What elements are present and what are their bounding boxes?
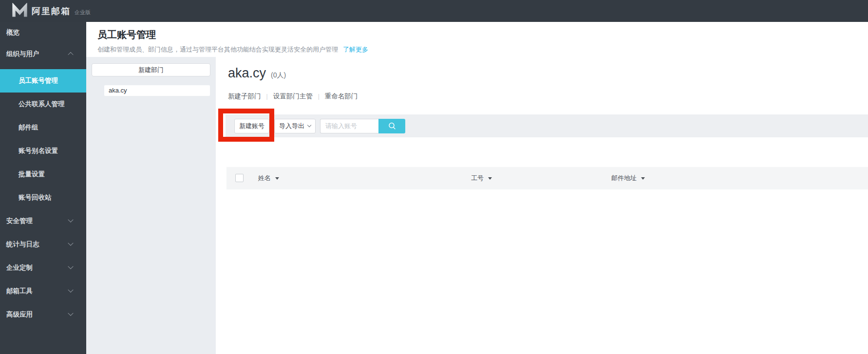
sidebar-item-label: 安全管理: [6, 217, 33, 225]
sidebar-item-label: 邮件组: [19, 123, 38, 132]
sidebar-item-mail-tools[interactable]: 邮箱工具: [0, 279, 86, 303]
sidebar-item-mail-groups[interactable]: 邮件组: [0, 116, 86, 139]
accounts-table-header: 姓名 工号 邮件地址: [226, 167, 868, 189]
sidebar-item-public-contacts[interactable]: 公共联系人管理: [0, 93, 86, 116]
edition-badge: 企业版: [75, 9, 91, 16]
column-header-email[interactable]: 邮件地址: [611, 167, 645, 189]
sidebar-item-label: 邮箱工具: [6, 287, 33, 296]
page-description-text: 创建和管理成员、部门信息，通过与管理平台其他功能结合实现更灵活安全的用户管理: [97, 46, 338, 53]
sidebar-item-label: 员工账号管理: [19, 76, 58, 85]
chevron-down-icon: [68, 264, 73, 269]
new-department-button[interactable]: 新建部门: [92, 63, 210, 76]
nav-spacer: [0, 65, 86, 69]
column-label: 姓名: [258, 174, 271, 183]
sidebar-item-label: 高级应用: [6, 310, 33, 319]
search-icon: [388, 122, 396, 130]
sidebar-item-org-users[interactable]: 组织与用户: [0, 43, 86, 65]
sidebar-item-account-alias[interactable]: 账号别名设置: [0, 139, 86, 163]
department-detail: aka.cy (0人) 新建子部门 | 设置部门主管 | 重命名部门: [216, 57, 868, 354]
sort-caret-icon: [488, 177, 492, 180]
separator: |: [266, 93, 268, 100]
sidebar-item-label: 账号回收站: [19, 193, 52, 202]
chevron-down-icon: [307, 123, 311, 127]
sidebar-item-label: 概览: [6, 28, 19, 37]
department-name: aka.cy: [228, 66, 266, 81]
sidebar-item-overview[interactable]: 概览: [0, 22, 86, 43]
sidebar-item-security[interactable]: 安全管理: [0, 209, 86, 233]
column-header-employee-id[interactable]: 工号: [471, 167, 492, 189]
accounts-toolbar: 新建账号 导入导出: [226, 114, 868, 137]
import-export-button[interactable]: 导入导出: [274, 119, 316, 133]
rename-department-link[interactable]: 重命名部门: [325, 92, 358, 101]
page-description: 创建和管理成员、部门信息，通过与管理平台其他功能结合实现更灵活安全的用户管理了解…: [97, 45, 868, 54]
new-subdepartment-link[interactable]: 新建子部门: [228, 92, 261, 101]
department-actions: 新建子部门 | 设置部门主管 | 重命名部门: [228, 92, 358, 101]
logo-m-icon: [12, 3, 28, 19]
chevron-down-icon: [68, 287, 73, 293]
sidebar: 概览 组织与用户 员工账号管理 公共联系人管理 邮件组 账号别名设置 批量设置 …: [0, 22, 86, 354]
page-title: 员工账号管理: [97, 28, 868, 41]
search-button[interactable]: [378, 119, 405, 133]
column-header-name[interactable]: 姓名: [258, 167, 279, 189]
chevron-up-icon: [68, 52, 73, 57]
sidebar-item-label: 批量设置: [19, 170, 45, 179]
chevron-down-icon: [68, 311, 73, 316]
department-tree-item[interactable]: aka.cy: [104, 85, 210, 96]
sidebar-item-label: 组织与用户: [6, 50, 39, 58]
sidebar-item-batch-settings[interactable]: 批量设置: [0, 163, 86, 186]
select-all-checkbox[interactable]: [235, 174, 244, 182]
sidebar-item-label: 账号别名设置: [19, 147, 58, 155]
search-input[interactable]: [320, 119, 378, 133]
new-account-button[interactable]: 新建账号: [234, 119, 269, 133]
chevron-down-icon: [68, 217, 73, 223]
member-count: (0人): [271, 71, 286, 80]
sidebar-item-employee-accounts[interactable]: 员工账号管理: [0, 69, 86, 93]
column-label: 工号: [471, 174, 484, 183]
sidebar-item-label: 企业定制: [6, 263, 33, 272]
sidebar-item-stats-logs[interactable]: 统计与日志: [0, 233, 86, 256]
sidebar-item-enterprise-custom[interactable]: 企业定制: [0, 256, 86, 279]
sort-caret-icon: [641, 177, 645, 180]
page-header: 员工账号管理 创建和管理成员、部门信息，通过与管理平台其他功能结合实现更灵活安全…: [86, 22, 868, 57]
import-export-label: 导入导出: [279, 122, 304, 130]
sidebar-item-advanced-apps[interactable]: 高级应用: [0, 303, 86, 326]
sort-caret-icon: [275, 177, 279, 180]
sidebar-item-label: 统计与日志: [6, 240, 39, 249]
brand-name: 阿里邮箱: [32, 5, 71, 17]
topbar: 阿里邮箱 企业版: [0, 0, 868, 22]
column-label: 邮件地址: [611, 174, 637, 183]
sidebar-item-label: 公共联系人管理: [19, 100, 65, 109]
separator: |: [318, 93, 320, 100]
account-search: [320, 119, 405, 133]
sidebar-item-account-recycle[interactable]: 账号回收站: [0, 186, 86, 209]
learn-more-link[interactable]: 了解更多: [343, 46, 368, 53]
set-manager-link[interactable]: 设置部门主管: [273, 92, 313, 101]
department-panel: 新建部门 aka.cy: [86, 57, 216, 354]
chevron-down-icon: [68, 241, 73, 246]
